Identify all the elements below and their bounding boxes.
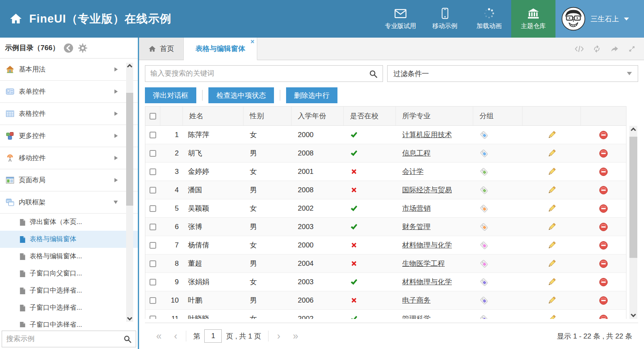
- delete-icon[interactable]: [599, 278, 608, 287]
- scroll-down-icon[interactable]: [127, 315, 132, 321]
- major-link[interactable]: 计算机应用技术: [402, 130, 452, 140]
- sidebar-item[interactable]: 子窗口向父窗口...: [0, 265, 138, 282]
- sidebar-group-item[interactable]: 更多控件: [0, 125, 138, 147]
- edit-icon[interactable]: [547, 241, 556, 250]
- delete-icon[interactable]: [599, 130, 608, 140]
- row-checkbox[interactable]: [150, 316, 156, 319]
- close-icon[interactable]: ×: [251, 38, 254, 45]
- scrollbar-thumb[interactable]: [629, 137, 637, 258]
- delete-icon[interactable]: [599, 167, 608, 176]
- first-page-button[interactable]: «: [156, 331, 162, 341]
- table-row[interactable]: 4潘国男2008国际经济与贸易: [145, 181, 626, 199]
- row-checkbox[interactable]: [150, 260, 156, 267]
- edit-icon[interactable]: [547, 259, 556, 268]
- table-row[interactable]: 5吴颖颖女2002市场营销: [145, 199, 626, 218]
- delete-icon[interactable]: [599, 186, 608, 195]
- major-link[interactable]: 国际经济与贸易: [402, 185, 452, 195]
- sidebar-search-input[interactable]: [6, 335, 123, 343]
- row-checkbox[interactable]: [150, 297, 156, 304]
- delete-icon[interactable]: [599, 314, 608, 319]
- refresh-icon[interactable]: [592, 45, 601, 53]
- table-row[interactable]: 8董超男2004生物医学工程: [145, 255, 626, 273]
- table-row[interactable]: 6张博男2003财务管理: [145, 218, 626, 236]
- topnav-mobile[interactable]: 移动示例: [423, 0, 467, 38]
- next-page-button[interactable]: ›: [277, 331, 281, 341]
- delete-icon[interactable]: [599, 222, 608, 232]
- table-row[interactable]: 10叶鹏男2006电子商务: [145, 291, 626, 310]
- scrollbar-thumb[interactable]: [126, 93, 133, 206]
- select-all-checkbox[interactable]: [150, 113, 156, 120]
- row-checkbox[interactable]: [150, 150, 156, 157]
- topnav-loading[interactable]: 加载动画: [467, 0, 511, 38]
- delete-icon[interactable]: [599, 204, 608, 213]
- row-checkbox[interactable]: [150, 242, 156, 249]
- sidebar-item[interactable]: 弹出窗体（本页...: [0, 214, 138, 231]
- row-checkbox[interactable]: [150, 187, 156, 194]
- tab-active[interactable]: 表格与编辑窗体×: [184, 38, 257, 60]
- major-link[interactable]: 会计学: [402, 167, 423, 176]
- row-checkbox[interactable]: [150, 132, 156, 138]
- topnav-trial[interactable]: 专业版试用: [378, 0, 423, 38]
- action-button[interactable]: 弹出对话框: [145, 87, 196, 103]
- keyword-input[interactable]: [150, 69, 369, 78]
- sidebar-group-item[interactable]: 页面布局: [0, 169, 138, 191]
- major-link[interactable]: 材料物理与化学: [402, 240, 452, 250]
- sidebar-item[interactable]: 子窗口中选择省...: [0, 299, 138, 316]
- edit-icon[interactable]: [547, 186, 556, 195]
- major-link[interactable]: 管理科学: [402, 314, 431, 319]
- major-link[interactable]: 信息工程: [402, 148, 431, 158]
- search-icon[interactable]: [369, 69, 378, 78]
- major-link[interactable]: 财务管理: [402, 222, 431, 232]
- delete-icon[interactable]: [599, 296, 608, 305]
- last-page-button[interactable]: »: [293, 331, 298, 341]
- delete-icon[interactable]: [599, 241, 608, 250]
- row-checkbox[interactable]: [150, 168, 156, 175]
- sidebar-item[interactable]: 子窗口中选择省...: [0, 316, 138, 327]
- edit-icon[interactable]: [547, 222, 556, 232]
- share-icon[interactable]: [610, 45, 619, 53]
- sidebar-item[interactable]: 子窗口中选择省...: [0, 282, 138, 299]
- sidebar-group-item[interactable]: 表格控件: [0, 103, 138, 125]
- edit-icon[interactable]: [547, 167, 556, 176]
- row-checkbox[interactable]: [150, 224, 156, 230]
- expand-icon[interactable]: [627, 45, 636, 53]
- table-row[interactable]: 7杨倩倩女2000材料物理与化学: [145, 236, 626, 255]
- row-checkbox[interactable]: [150, 279, 156, 285]
- topnav-theme[interactable]: 主题仓库: [511, 0, 555, 38]
- brand[interactable]: FineUI（专业版）在线示例: [0, 0, 172, 38]
- collapse-sidebar-icon[interactable]: [63, 43, 74, 53]
- action-button[interactable]: 检查选中项状态: [208, 87, 274, 103]
- sidebar-scrollbar[interactable]: [126, 63, 133, 322]
- prev-page-button[interactable]: ‹: [174, 331, 177, 341]
- table-row[interactable]: 2胡飞男2008信息工程: [145, 144, 626, 163]
- filter-dropdown[interactable]: 过滤条件一: [387, 65, 638, 82]
- code-icon[interactable]: [575, 45, 584, 53]
- sidebar-item[interactable]: 表格与编辑窗体...: [0, 248, 138, 265]
- major-link[interactable]: 生物医学工程: [402, 259, 445, 268]
- delete-icon[interactable]: [599, 259, 608, 268]
- page-number-input[interactable]: [204, 329, 222, 343]
- table-row[interactable]: 11叶晓晓女2002管理科学: [145, 310, 626, 319]
- sidebar-group-item[interactable]: 表单控件: [0, 81, 138, 103]
- table-row[interactable]: 3金婷婷女2001会计学: [145, 163, 626, 181]
- major-link[interactable]: 市场营销: [402, 204, 431, 213]
- edit-icon[interactable]: [547, 278, 556, 287]
- edit-icon[interactable]: [547, 204, 556, 213]
- edit-icon[interactable]: [547, 314, 556, 319]
- sidebar-group-item[interactable]: 移动控件: [0, 147, 138, 169]
- edit-icon[interactable]: [547, 296, 556, 305]
- major-link[interactable]: 电子商务: [402, 296, 431, 305]
- action-button[interactable]: 删除选中行: [286, 87, 337, 103]
- user-menu[interactable]: 三生石上: [555, 0, 644, 38]
- major-link[interactable]: 材料物理与化学: [402, 277, 452, 287]
- tab-home[interactable]: 首页: [139, 38, 184, 60]
- scroll-down-icon[interactable]: [631, 312, 636, 317]
- sidebar-group-item[interactable]: 基本用法: [0, 59, 138, 81]
- row-checkbox[interactable]: [150, 205, 156, 212]
- gear-icon[interactable]: [78, 43, 88, 53]
- scroll-up-icon[interactable]: [127, 64, 132, 69]
- scroll-up-icon[interactable]: [631, 127, 636, 133]
- table-scrollbar[interactable]: [629, 126, 637, 319]
- table-row[interactable]: 9张娟娟女2003材料物理与化学: [145, 273, 626, 291]
- sidebar-item[interactable]: 表格与编辑窗体: [0, 231, 138, 248]
